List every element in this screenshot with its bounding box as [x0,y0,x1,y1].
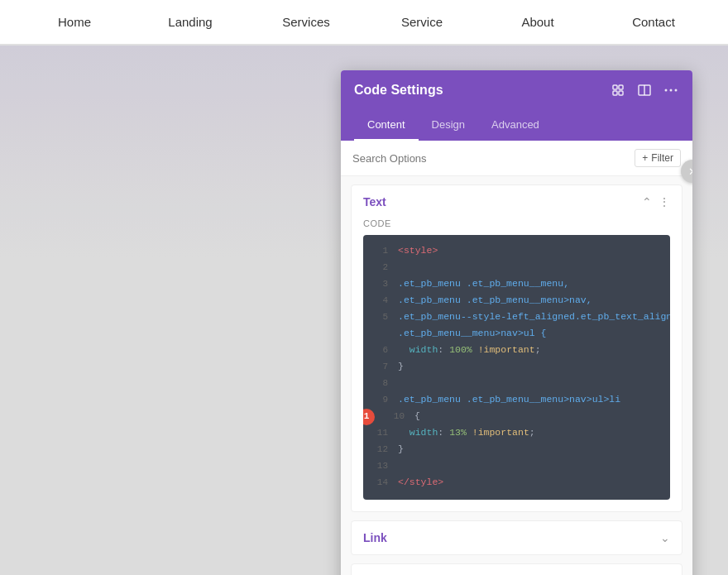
more-options-icon[interactable] [663,82,679,98]
code-line-12: 12 } [363,442,670,458]
panel-body: Text ⌃ ⋮ Code 1 <style> [341,176,692,575]
text-section: Text ⌃ ⋮ Code 1 <style> [351,184,682,512]
text-section-header[interactable]: Text ⌃ ⋮ [352,185,682,218]
filter-plus-icon: + [642,152,648,164]
link-section: Link ⌄ [351,520,682,555]
tab-advanced[interactable]: Advanced [478,110,553,141]
background-section: Background ⌄ [351,563,682,575]
split-view-icon[interactable] [636,82,653,98]
nav-services[interactable]: Services [248,2,364,42]
nav-contact[interactable]: Contact [596,2,711,42]
nav-service[interactable]: Service [364,2,480,42]
nav-home[interactable]: Home [17,2,132,42]
search-bar: + Filter [341,141,692,176]
panel-header-icons [610,82,679,98]
code-line-13: 13 [363,458,670,475]
code-editor[interactable]: 1 <style> 2 3 .et_pb_menu .et_pb_menu__m… [363,235,670,500]
svg-point-6 [665,89,668,92]
svg-rect-3 [619,91,623,95]
code-line-9: 9 .et_pb_menu .et_pb_menu__menu>nav>ul>l… [363,392,670,409]
tab-content[interactable]: Content [354,110,419,141]
text-section-icons: ⌃ ⋮ [642,195,670,208]
text-section-content: Code 1 <style> 2 [352,218,682,511]
svg-rect-2 [613,91,617,95]
panel-tabs: Content Design Advanced [341,110,692,141]
code-line-5: 5 .et_pb_menu--style-left_aligned.et_pb_… [363,309,670,326]
code-line-3: 3 .et_pb_menu .et_pb_menu__menu, [363,276,670,293]
code-line-2: 2 [363,260,670,276]
tab-design[interactable]: Design [419,110,478,141]
code-settings-panel: Code Settings [341,70,692,575]
code-line-11: 11 width: 13% !important; [363,425,670,442]
fullscreen-icon[interactable] [610,82,626,98]
svg-point-8 [675,89,678,92]
search-input[interactable] [352,152,635,165]
code-line-7: 7 } [363,359,670,376]
collapse-icon[interactable]: ⌃ [642,195,652,208]
code-line-6: 6 width: 100% !important; [363,343,670,359]
background-section-header[interactable]: Background ⌄ [352,564,682,575]
code-line-8: 8 [363,376,670,392]
code-line-4: 4 .et_pb_menu .et_pb_menu__menu>nav, [363,293,670,309]
text-section-title: Text [363,195,386,208]
code-line-1: 1 <style> [363,243,670,260]
nav-about[interactable]: About [480,2,596,42]
link-section-header[interactable]: Link ⌄ [352,521,682,554]
svg-point-7 [670,89,673,92]
page-background: Code Settings [0,46,728,575]
svg-rect-1 [619,85,623,89]
code-line-5b: .et_pb_menu__menu>nav>ul { [363,326,670,343]
nav-landing[interactable]: Landing [132,2,248,42]
filter-label: Filter [651,152,673,164]
svg-rect-0 [613,85,617,89]
code-line-10: 1 10 { [363,409,670,425]
filter-button[interactable]: + Filter [635,149,681,167]
code-line-14: 14 </style> [363,475,670,491]
text-more-icon[interactable]: ⋮ [659,195,670,208]
error-badge: 1 [363,409,375,425]
code-field-label: Code [363,218,670,228]
panel-header: Code Settings [341,70,692,110]
link-section-title: Link [363,531,387,544]
top-navigation: Home Landing Services Service About Cont… [0,0,728,46]
link-expand-icon[interactable]: ⌄ [660,531,670,544]
panel-title: Code Settings [354,83,443,98]
